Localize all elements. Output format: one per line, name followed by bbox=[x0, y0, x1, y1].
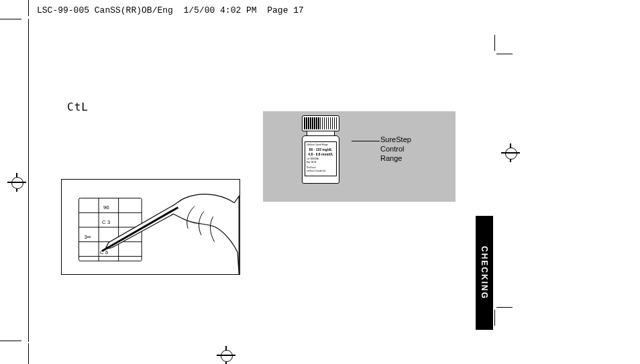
svg-text:96: 96 bbox=[103, 204, 109, 210]
registration-target-icon bbox=[10, 176, 23, 189]
crop-mark bbox=[494, 310, 495, 326]
bottle-label: LifeScan Control Range 86 - 122 mg/dL 4.… bbox=[305, 141, 337, 176]
crop-mark bbox=[494, 35, 495, 51]
crop-mark bbox=[28, 0, 29, 16]
registration-target-icon bbox=[504, 146, 517, 160]
prepress-slug: LSC-99-005 CanSS(RR)OB/Eng 1/5/00 4:02 P… bbox=[37, 5, 304, 15]
meter-display-label: CtL bbox=[67, 101, 89, 113]
crop-mark bbox=[496, 307, 513, 308]
control-bottle-illustration: LifeScan Control Range 86 - 122 mg/dL 4.… bbox=[263, 111, 456, 202]
callout-leader-line bbox=[352, 141, 380, 141]
logbook-illustration: 96 C 3 3∞ C 6 bbox=[61, 179, 240, 275]
bottle-cap-icon bbox=[302, 115, 339, 131]
crop-mark bbox=[496, 54, 513, 54]
crop-mark bbox=[0, 341, 21, 341]
trim-edge bbox=[28, 19, 29, 342]
crop-mark bbox=[0, 19, 21, 19]
section-tab-checking: CHECKING bbox=[476, 216, 493, 330]
bottle-callout: SureStep Control Range bbox=[380, 135, 411, 163]
crop-mark bbox=[28, 343, 29, 364]
registration-target-icon bbox=[219, 349, 233, 362]
svg-text:C 3: C 3 bbox=[102, 219, 111, 225]
svg-text:3∞: 3∞ bbox=[84, 234, 91, 240]
